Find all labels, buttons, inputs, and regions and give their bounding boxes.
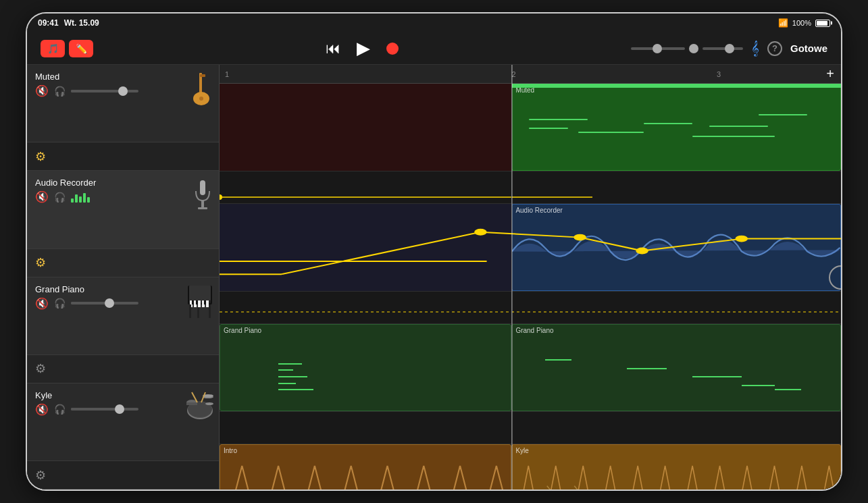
track-kyle-aux: ⚙ [27,461,219,489]
track-kyle-name: Kyle [35,390,211,400]
piano-clip-1-label: Grand Piano [224,327,261,334]
rewind-button[interactable]: ⏮ [326,40,340,57]
battery-percent: 100% [792,19,811,27]
piano-aux-icon: ⚙ [35,361,46,376]
guitar-icon [190,73,212,109]
track-kyle-volume[interactable] [71,408,138,411]
svg-point-28 [205,402,213,405]
audio-waveform [512,221,840,282]
kyle-mute-icon[interactable]: 🔇 [35,403,49,416]
microphone-icon [193,179,212,215]
ipad-frame: 09:41 Wt. 15.09 📶 100% 🎵 ✏️ [27,14,841,489]
svg-rect-16 [196,300,198,305]
svg-rect-6 [198,207,207,209]
piano-mute-icon[interactable]: 🔇 [35,297,49,310]
track-audio-aux: ⚙ [27,249,219,277]
track-audio-name: Audio Recorder [35,178,211,188]
transport-bar: 🎵 ✏️ ⏮ ▶ [27,32,841,65]
muted-clip[interactable]: Muted [511,84,841,171]
piano-clip-1[interactable]: Grand Piano [220,324,511,411]
tempo-slider[interactable] [631,44,743,53]
bar-divider-2 [511,65,512,489]
intro-clip[interactable]: Intro [220,444,511,489]
audio-mute-icon[interactable]: 🔇 [35,190,49,203]
audio-lane: Audio Recorder [220,204,841,324]
tracks-lanes: Muted [220,84,841,489]
kyle-clip-label: Kyle [515,447,528,454]
status-bar: 09:41 Wt. 15.09 📶 100% [27,14,841,32]
battery-icon [815,20,830,27]
kyle-waveform [512,458,840,489]
svg-rect-19 [209,305,211,318]
intro-clip-label: Intro [224,447,237,454]
svg-rect-18 [189,305,191,318]
audio-clip-label: Audio Recorder [515,207,562,214]
svg-rect-9 [189,286,211,300]
svg-rect-3 [200,74,205,77]
track-audio[interactable]: Audio Recorder 🔇 🎧 [27,171,219,248]
edit-icon: ✏️ [76,43,87,54]
record-button[interactable] [386,43,399,55]
drums-icon [185,389,215,425]
kyle-lane: Intro Kyle [220,444,841,489]
kyle-headphone-icon[interactable]: 🎧 [54,404,66,415]
headphone-icon[interactable]: 🎧 [54,86,66,97]
track-piano-volume[interactable] [71,302,138,305]
status-time: 09:41 [38,18,59,28]
track-piano[interactable]: Grand Piano 🔇 🎧 [27,277,219,355]
track-kyle[interactable]: Kyle 🔇 🎧 [27,383,219,461]
svg-rect-4 [200,180,205,195]
timeline-ruler: 1 2 3 + [220,65,841,84]
audio-clip[interactable]: Audio Recorder [511,204,841,291]
ipad-screen: 09:41 Wt. 15.09 📶 100% 🎵 ✏️ [27,14,841,489]
mute-icon[interactable]: 🔇 [35,84,49,97]
metronome-button[interactable]: 𝄞 [751,41,759,56]
piano-lane: Grand Piano Grand Piano [220,324,841,444]
metronome-icon: 𝄞 [751,41,759,55]
svg-rect-17 [204,300,206,305]
muted-aux-icon: ⚙ [35,149,46,164]
timeline-area: 1 2 3 + Muted [220,65,841,489]
track-muted-aux: ⚙ [27,142,219,171]
wifi-icon: 📶 [778,18,788,28]
edit-button[interactable]: ✏️ [69,40,93,57]
piano-icon [186,284,213,324]
piano-clip-2-label: Grand Piano [515,327,553,334]
ruler-marker-1: 1 [225,70,229,78]
add-track-button[interactable]: + [826,66,834,82]
track-piano-name: Grand Piano [35,284,211,294]
kyle-aux-icon: ⚙ [35,468,46,483]
tracks-sidebar: Muted 🔇 🎧 [27,65,220,489]
help-icon: ? [772,43,777,53]
svg-point-2 [199,97,203,101]
piano-clip-2[interactable]: Grand Piano [511,324,841,411]
svg-rect-20 [197,307,199,318]
track-muted[interactable]: Muted 🔇 🎧 [27,65,219,142]
audio-headphone-icon[interactable]: 🎧 [54,192,66,203]
track-muted-name: Muted [35,72,211,82]
track-muted-volume[interactable] [71,90,138,92]
track-piano-aux: ⚙ [27,355,219,383]
status-date: Wt. 15.09 [64,18,99,28]
done-button[interactable]: Gotowe [790,43,827,55]
ruler-marker-3: 3 [717,70,721,78]
audio-aux-icon: ⚙ [35,255,46,270]
main-content: Muted 🔇 🎧 [27,65,841,489]
automation-svg-muted [220,171,841,203]
play-button[interactable]: ▶ [357,38,370,59]
svg-rect-15 [192,300,194,305]
svg-rect-25 [186,402,197,405]
intro-waveform [220,458,511,489]
song-settings-button[interactable]: 🎵 [41,40,65,57]
piano-headphone-icon[interactable]: 🎧 [54,298,66,309]
automation-svg-audio [220,292,841,323]
eq-bars [71,192,90,203]
svg-rect-5 [201,201,204,207]
help-button[interactable]: ? [767,41,782,56]
svg-rect-12 [198,300,201,307]
kyle-clip[interactable]: Kyle [511,444,841,489]
muted-lane: Muted [220,84,841,204]
svg-rect-14 [206,300,209,307]
